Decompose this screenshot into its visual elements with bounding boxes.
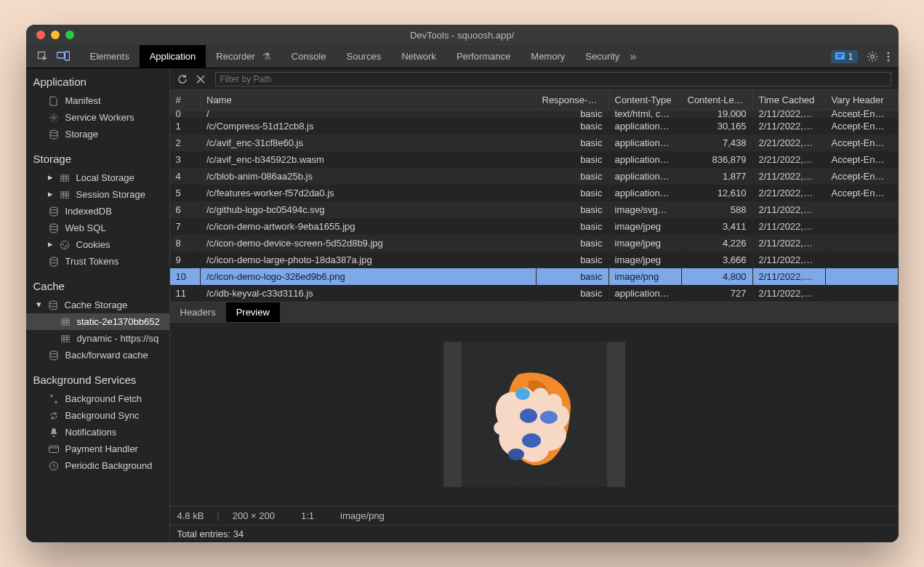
sidebar-item-local-storage[interactable]: ▸Local Storage (26, 169, 169, 186)
cell (825, 218, 898, 235)
col-header[interactable]: # (170, 90, 201, 110)
sidebar-item-payment-handler[interactable]: Payment Handler (26, 441, 169, 457)
status-size: 4.8 kB (177, 510, 204, 521)
cell: 5 (170, 185, 201, 201)
sidebar-item-service-workers[interactable]: Service Workers (26, 109, 169, 126)
svg-point-64 (515, 388, 530, 400)
table-row[interactable]: 4/c/blob-anim-086aa25b.jsbasicapplicatio… (170, 168, 899, 185)
sidebar-item-cache-static[interactable]: static-2e1370bb652 (26, 313, 169, 330)
svg-rect-4 (837, 55, 843, 55)
sidebar-item-storage[interactable]: Storage (26, 126, 169, 142)
sidebar-item-bfcache[interactable]: Back/forward cache (26, 347, 169, 363)
detail-tab-preview[interactable]: Preview (226, 302, 280, 322)
tab-recorder[interactable]: Recorder⚗ (206, 45, 281, 68)
table-row[interactable]: 5/c/features-worker-f57d2da0.jsbasicappl… (170, 185, 899, 201)
sidebar-item-indexeddb[interactable]: IndexedDB (26, 203, 169, 220)
cell: /c/Compress-51d12cb8.js (201, 118, 537, 134)
table-row[interactable]: 6/c/github-logo-bc05494c.svgbasicimage/s… (170, 201, 899, 218)
col-header[interactable]: Vary Header (825, 90, 898, 110)
cell: image/svg… (608, 201, 681, 218)
cell: 727 (681, 285, 752, 302)
more-tabs-icon[interactable]: » (630, 50, 636, 63)
item-icon (48, 411, 60, 421)
tab-elements[interactable]: Elements (80, 45, 140, 68)
cell: basic (536, 151, 608, 168)
sidebar-item-cache-storage[interactable]: ▾ Cache Storage (26, 297, 169, 313)
tab-performance[interactable]: Performance (446, 45, 521, 68)
refresh-icon[interactable] (177, 74, 189, 84)
cell: /c/icon-demo-large-photo-18da387a.jpg (201, 252, 537, 268)
table-row[interactable]: 9/c/icon-demo-large-photo-18da387a.jpgba… (170, 252, 899, 268)
tab-console[interactable]: Console (281, 45, 337, 68)
svg-rect-46 (61, 318, 70, 326)
sidebar-item-periodic-background[interactable]: Periodic Background (26, 457, 169, 474)
application-sidebar: Application ManifestService WorkersStora… (26, 68, 170, 542)
cell: 588 (681, 201, 752, 218)
svg-point-27 (50, 130, 57, 133)
svg-point-6 (870, 55, 873, 57)
cell: 12,610 (681, 185, 752, 201)
sidebar-item-trust-tokens[interactable]: Trust Tokens (26, 253, 169, 270)
settings-icon[interactable] (867, 51, 878, 63)
col-header[interactable]: Name (201, 90, 537, 110)
tab-security[interactable]: Security (575, 45, 630, 68)
sidebar-item-label: Local Storage (76, 172, 134, 183)
main-tabbar: ElementsApplicationRecorder⚗ConsoleSourc… (26, 45, 899, 68)
table-row[interactable]: 2/c/avif_enc-31cf8e60.jsbasicapplication… (170, 134, 899, 151)
group-bg-services: Background Services (26, 366, 169, 390)
sidebar-item-web-sql[interactable]: Web SQL (26, 220, 169, 236)
cache-content: #NameResponse-…Content-TypeContent-Le…Ti… (170, 68, 899, 542)
table-row[interactable]: 8/c/icon-demo-device-screen-5d52d8b9.jpg… (170, 235, 899, 252)
tab-application[interactable]: Application (140, 45, 206, 68)
filter-input[interactable] (215, 72, 891, 87)
item-icon (48, 206, 60, 217)
sidebar-item-notifications[interactable]: Notifications (26, 424, 169, 441)
tab-network[interactable]: Network (391, 45, 446, 68)
sidebar-item-label: Storage (65, 129, 99, 140)
table-row[interactable]: 1/c/Compress-51d12cb8.jsbasicapplication… (170, 118, 899, 134)
group-storage: Storage (26, 145, 169, 169)
tab-memory[interactable]: Memory (521, 45, 575, 68)
svg-point-44 (50, 257, 57, 260)
sidebar-item-cookies[interactable]: ▸Cookies (26, 236, 169, 253)
kebab-menu-icon[interactable] (887, 51, 890, 63)
col-header[interactable]: Content-Type (608, 90, 681, 110)
cell (825, 252, 898, 268)
sidebar-item-label: Session Storage (76, 189, 145, 200)
table-row[interactable]: 3/c/avif_enc-b345922b.wasmbasicapplicati… (170, 151, 899, 168)
cell: basic (536, 252, 608, 268)
sidebar-item-manifest[interactable]: Manifest (26, 92, 169, 109)
footer: Total entries: 34 (170, 525, 899, 542)
item-icon (48, 223, 60, 233)
issues-count: 1 (848, 52, 853, 62)
sidebar-item-background-sync[interactable]: Background Sync (26, 407, 169, 424)
cell: / (201, 110, 537, 118)
svg-point-41 (63, 244, 64, 245)
cell (825, 268, 898, 285)
table-row[interactable]: 11/c/idb-keyval-c33d3116.jsbasicapplicat… (170, 285, 899, 302)
col-header[interactable]: Content-Le… (681, 90, 752, 110)
table-row[interactable]: 0/basictext/html, c…19,0002/11/2022,…Acc… (170, 110, 899, 118)
device-toolbar-icon[interactable] (57, 50, 70, 63)
issues-badge[interactable]: 1 (831, 50, 858, 63)
col-header[interactable]: Time Cached (752, 90, 825, 110)
inspect-element-icon[interactable] (36, 50, 49, 63)
cell: 8 (170, 235, 201, 252)
sidebar-item-cache-dynamic[interactable]: dynamic - https://sq (26, 330, 169, 347)
sidebar-item-session-storage[interactable]: ▸Session Storage (26, 186, 169, 203)
svg-rect-51 (61, 335, 70, 342)
svg-line-14 (875, 53, 875, 54)
sidebar-item-label: Web SQL (65, 222, 106, 233)
cell: 836,879 (681, 151, 752, 168)
table-row[interactable]: 10/c/icon-demo-logo-326ed9b6.pngbasicima… (170, 268, 899, 285)
cell: 1,877 (681, 168, 752, 185)
preview-statusbar: 4.8 kB | 200 × 200 1:1 image/png (170, 506, 899, 525)
svg-rect-33 (60, 191, 69, 198)
detail-tab-headers[interactable]: Headers (170, 302, 226, 322)
delete-icon[interactable] (196, 75, 208, 84)
tab-sources[interactable]: Sources (336, 45, 391, 68)
svg-point-45 (49, 301, 57, 304)
table-row[interactable]: 7/c/icon-demo-artwork-9eba1655.jpgbasici… (170, 218, 899, 235)
sidebar-item-background-fetch[interactable]: Background Fetch (26, 390, 169, 407)
col-header[interactable]: Response-… (536, 90, 608, 110)
